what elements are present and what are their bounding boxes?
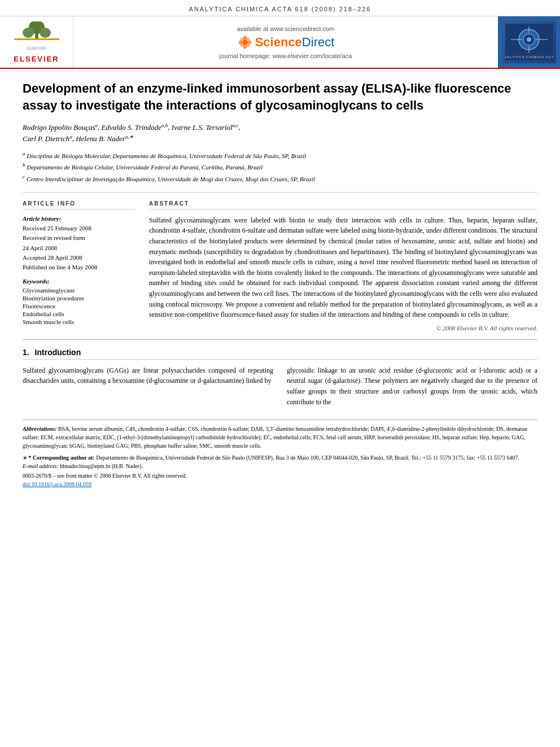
history-item-3: 24 April 2008 [23, 244, 135, 252]
corresponding-label: * Corresponding author at: [29, 455, 95, 461]
author-2: Edvaldo S. Trindadea,b [102, 123, 168, 132]
aca-logo: ANALYTICA CHIMICA ACTA [502, 21, 556, 63]
page-wrapper: ANALYTICA CHIMICA ACTA 618 (2008) 218–22… [0, 0, 560, 747]
keyword-4: Endothelial cells [23, 311, 135, 317]
journal-homepage-text: journal homepage: www.elsevier.com/locat… [220, 53, 352, 59]
svg-point-7 [243, 36, 247, 40]
svg-point-10 [247, 40, 251, 44]
affiliation-b: b Departamento de Biologia Celular, Univ… [23, 161, 537, 172]
footer-notes: Abbreviations: BSA, bovine serum albumin… [23, 420, 537, 487]
svg-point-14 [246, 43, 250, 47]
svg-point-9 [238, 40, 242, 44]
doi-text: doi:10.1016/j.aca.2008.04.059 [23, 481, 91, 487]
sciencedirect-text: ScienceDirect [255, 35, 335, 50]
elsevier-label: ELSEVIER [14, 55, 59, 63]
available-at-text: available at www.sciencedirect.com [237, 25, 334, 32]
svg-point-8 [243, 45, 247, 49]
main-content: Development of an enzyme-linked immunoso… [0, 69, 560, 413]
svg-point-11 [240, 37, 243, 41]
history-item-1: Received 25 February 2008 [23, 224, 135, 233]
elsevier-logo-block: ELSEVIER ELSEVIER [0, 16, 73, 68]
issn-text: 0003-2670/$ – see front matter © 2008 El… [23, 473, 187, 479]
keyword-2: Biotinylation procedures [23, 295, 135, 302]
article-info-label: ARTICLE INFO [23, 200, 135, 209]
intro-left-col: Sulfated glycosaminoglycans (GAGs) are l… [23, 365, 273, 407]
email-text: hbnader.bioq@epm.br (H.B. Nader). [60, 463, 143, 469]
email-label: E-mail address: [23, 463, 59, 469]
intro-section-number: 1. [23, 348, 29, 357]
aca-image-icon: ANALYTICA CHIMICA ACTA [505, 24, 553, 60]
intro-section-label: Introduction [35, 348, 81, 357]
keyword-5: Smooth muscle cells [23, 318, 135, 325]
footer-email: E-mail address: hbnader.bioq@epm.br (H.B… [23, 462, 537, 470]
article-info-col: ARTICLE INFO Article history: Received 2… [23, 200, 135, 331]
banner-center: available at www.sciencedirect.com Scien… [73, 16, 498, 68]
affiliation-c: c Centro Interdisciplinar de Investigaçã… [23, 173, 537, 184]
svg-point-3 [23, 28, 34, 38]
affiliation-a: a Disciplina de Biologia Molecular, Depa… [23, 150, 537, 161]
author-3: Ivarne L.S. Tersariola,c [172, 123, 239, 132]
footer-issn: 0003-2670/$ – see front matter © 2008 El… [23, 473, 537, 479]
sciencedirect-logo: ScienceDirect [237, 34, 335, 50]
section-divider [23, 339, 537, 340]
history-label: Article history: [23, 215, 135, 222]
journal-header: ANALYTICA CHIMICA ACTA 618 (2008) 218–22… [0, 0, 560, 16]
history-item-2: Received in revised form [23, 234, 135, 242]
svg-point-12 [246, 37, 250, 41]
abbreviations-label: Abbreviations: [23, 426, 57, 432]
footer-abbreviations: Abbreviations: BSA, bovine serum albumin… [23, 425, 537, 450]
svg-text:ANALYTICA CHIMICA ACTA: ANALYTICA CHIMICA ACTA [505, 55, 553, 59]
intro-left-text: Sulfated glycosaminoglycans (GAGs) are l… [23, 365, 273, 386]
introduction-section: 1. Introduction Sulfated glycosaminoglyc… [23, 348, 537, 407]
corresponding-text: Departamento de Bioquímica, Universidade… [96, 455, 519, 461]
history-item-5: Published on line 4 May 2008 [23, 263, 135, 272]
journal-title: ANALYTICA CHIMICA ACTA 618 (2008) 218–22… [189, 6, 371, 12]
affiliations: a Disciplina de Biologia Molecular, Depa… [23, 150, 537, 184]
keyword-3: Fluorescence [23, 303, 135, 309]
svg-rect-0 [14, 38, 59, 40]
elsevier-tree-icon: ELSEVIER [11, 21, 62, 53]
svg-point-4 [40, 28, 51, 38]
abbreviations-text: BSA, bovine serum albumin; C4S, chondroi… [23, 426, 527, 449]
footer-doi: doi:10.1016/j.aca.2008.04.059 [23, 481, 537, 487]
author-4: Carl P. Dietricha [23, 134, 72, 143]
intro-right-col: glycosidic linkage to an uronic acid res… [287, 365, 537, 407]
history-item-4: Accepted 28 April 2008 [23, 254, 135, 262]
corresponding-star: ∗ [23, 455, 29, 461]
svg-point-18 [527, 37, 531, 42]
footer-corresponding: ∗ * Corresponding author at: Departament… [23, 453, 537, 462]
author-1: Rodrigo Ippolito Bouçasa [23, 123, 98, 132]
aca-logo-block: ANALYTICA CHIMICA ACTA [498, 16, 560, 68]
svg-point-13 [240, 43, 243, 47]
abstract-text: Sulfated glycosaminoglycans were labeled… [149, 215, 537, 320]
svg-text:ELSEVIER: ELSEVIER [27, 46, 46, 50]
author-5: Helena B. Nadera,∗ [76, 134, 133, 143]
keywords-label: Keywords: [23, 278, 135, 285]
abstract-col: ABSTRACT Sulfated glycosaminoglycans wer… [149, 200, 537, 331]
intro-two-col: Sulfated glycosaminoglycans (GAGs) are l… [23, 365, 537, 407]
authors: Rodrigo Ippolito Bouçasa, Edvaldo S. Tri… [23, 121, 537, 144]
intro-right-text: glycosidic linkage to an uronic acid res… [287, 365, 537, 407]
copyright-line: © 2008 Elsevier B.V. All rights reserved… [149, 325, 537, 331]
abstract-label: ABSTRACT [149, 200, 537, 209]
keyword-1: Glycosaminoglycans [23, 287, 135, 294]
sciencedirect-icon [237, 34, 253, 50]
banner-row: ELSEVIER ELSEVIER available at www.scien… [0, 16, 560, 69]
article-info-abstract-section: ARTICLE INFO Article history: Received 2… [23, 192, 537, 331]
article-title: Development of an enzyme-linked immunoso… [23, 80, 537, 113]
intro-heading: 1. Introduction [23, 348, 537, 360]
